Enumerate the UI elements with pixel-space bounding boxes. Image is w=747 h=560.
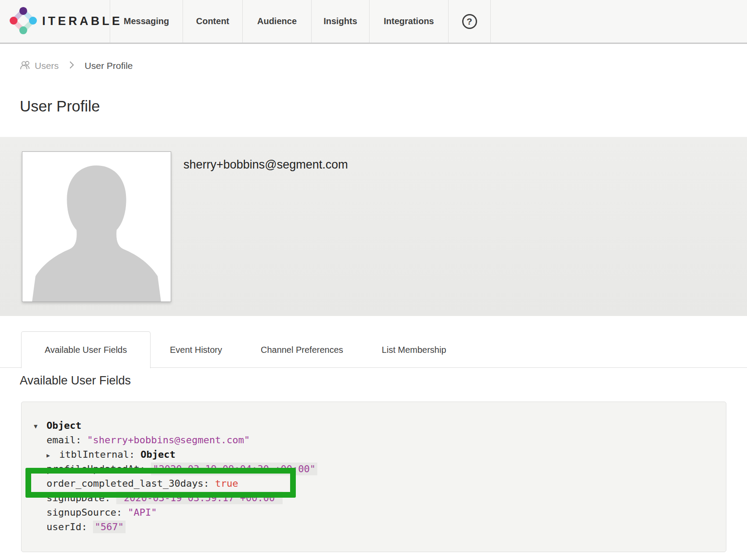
page-title: User Profile xyxy=(20,97,100,115)
tree-root-label: Object xyxy=(47,420,81,431)
section-heading: Available User Fields xyxy=(20,374,131,388)
top-nav: ITERABLE Messaging Content Audience Insi… xyxy=(0,0,747,44)
tree-row-signupsource: signupSource:"API" xyxy=(22,505,726,520)
itblinternal-value: Object xyxy=(140,449,175,460)
profile-header: sherry+bobbins@segment.com xyxy=(0,137,747,316)
tree-row-userid: userId:"567" xyxy=(22,520,726,534)
tree-row-email: email:"sherry+bobbins@segment.com" xyxy=(22,433,726,447)
iterable-logo[interactable]: ITERABLE xyxy=(0,0,110,43)
annotation-highlight-box xyxy=(25,468,296,498)
nav-item-content[interactable]: Content xyxy=(183,0,243,43)
nav-item-audience[interactable]: Audience xyxy=(243,0,312,43)
tab-available-user-fields[interactable]: Available User Fields xyxy=(21,331,151,368)
chevron-right-icon xyxy=(69,61,74,71)
help-icon[interactable]: ? xyxy=(462,14,477,29)
email-value: "sherry+bobbins@segment.com" xyxy=(87,434,250,445)
signupsource-value: "API" xyxy=(128,507,157,518)
help-glyph: ? xyxy=(467,16,472,27)
tab-channel-preferences[interactable]: Channel Preferences xyxy=(241,331,363,368)
userid-value: "567" xyxy=(93,521,126,533)
help-cell: ? xyxy=(449,0,491,43)
iterable-logo-icon xyxy=(10,7,37,36)
tab-event-history[interactable]: Event History xyxy=(151,331,241,368)
user-profile-page: ITERABLE Messaging Content Audience Insi… xyxy=(0,0,747,560)
profile-email: sherry+bobbins@segment.com xyxy=(183,158,348,172)
breadcrumb: Users User Profile xyxy=(20,58,133,73)
tree-row-object: ▼Object xyxy=(22,418,726,433)
nav-item-insights[interactable]: Insights xyxy=(312,0,370,43)
nav-item-messaging[interactable]: Messaging xyxy=(110,0,183,43)
users-icon xyxy=(20,60,31,72)
profile-tabs: Available User Fields Event History Chan… xyxy=(0,331,747,368)
tree-row-itblinternal: ▶itblInternal:Object xyxy=(22,447,726,462)
avatar xyxy=(22,151,171,302)
breadcrumb-users-link[interactable]: Users xyxy=(35,61,59,71)
tab-list-membership[interactable]: List Membership xyxy=(363,331,466,368)
nav-item-integrations[interactable]: Integrations xyxy=(370,0,449,43)
collapse-triangle-icon[interactable]: ▼ xyxy=(34,419,42,434)
breadcrumb-current: User Profile xyxy=(85,61,133,71)
expand-triangle-icon[interactable]: ▶ xyxy=(47,448,54,463)
